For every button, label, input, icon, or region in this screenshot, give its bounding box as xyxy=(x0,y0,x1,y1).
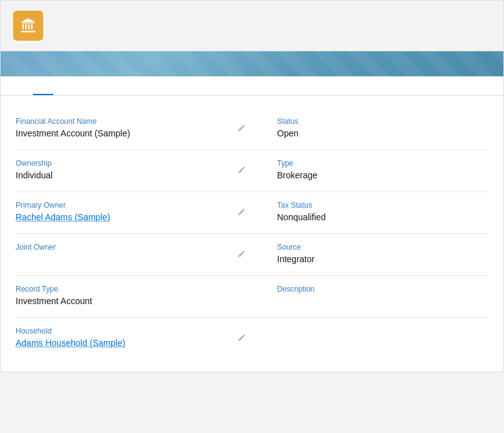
edit-button-left-0[interactable] xyxy=(236,123,247,136)
banner xyxy=(1,51,503,76)
field-value-right-5 xyxy=(277,329,489,342)
field-cell-left-1: OwnershipIndividual xyxy=(16,150,252,192)
field-row-4: Record TypeInvestment AccountDescription xyxy=(16,276,488,318)
field-cell-right-4: Description xyxy=(252,276,489,318)
field-value-right-1: Brokerage xyxy=(277,170,489,183)
field-cell-right-0: StatusOpen xyxy=(252,108,489,150)
header xyxy=(1,1,503,51)
field-value-left-3 xyxy=(16,254,240,267)
edit-button-left-1[interactable] xyxy=(236,165,247,178)
field-cell-left-2: Primary OwnerRachel Adams (Sample) xyxy=(16,192,252,234)
field-value-right-0: Open xyxy=(277,128,489,141)
tab-related[interactable] xyxy=(13,76,33,95)
edit-button-left-2[interactable] xyxy=(236,206,247,220)
page-wrapper: Financial Account NameInvestment Account… xyxy=(0,0,504,372)
field-label-left-0: Financial Account Name xyxy=(16,117,240,126)
field-row-3: Joint Owner SourceIntegrator xyxy=(16,234,488,276)
field-value-left-2[interactable]: Rachel Adams (Sample) xyxy=(16,212,240,225)
edit-button-left-5[interactable] xyxy=(236,332,247,345)
field-value-left-1: Individual xyxy=(16,170,240,183)
field-cell-right-1: TypeBrokerage xyxy=(252,150,489,192)
tab-details[interactable] xyxy=(33,76,53,95)
field-label-left-2: Primary Owner xyxy=(16,201,240,210)
field-label-right-2: Tax Status xyxy=(277,201,489,210)
field-value-left-5[interactable]: Adams Household (Sample) xyxy=(16,338,240,350)
field-value-right-2: Nonqualified xyxy=(277,212,489,225)
field-label-left-5: Household xyxy=(16,327,240,335)
field-label-left-1: Ownership xyxy=(16,159,240,168)
field-label-right-0: Status xyxy=(277,117,489,126)
field-cell-right-2: Tax StatusNonqualified xyxy=(252,192,489,234)
field-label-right-4: Description xyxy=(277,285,489,293)
field-value-left-0: Investment Account (Sample) xyxy=(16,128,240,141)
tabs-bar xyxy=(1,76,503,96)
field-cell-left-3: Joint Owner xyxy=(16,234,252,276)
field-label-right-3: Source xyxy=(277,243,489,252)
edit-button-left-3[interactable] xyxy=(236,248,247,262)
field-cell-left-5: HouseholdAdams Household (Sample) xyxy=(16,318,252,360)
field-label-left-3: Joint Owner xyxy=(16,243,240,252)
field-row-5: HouseholdAdams Household (Sample) xyxy=(16,318,488,360)
field-cell-right-5 xyxy=(252,318,489,360)
field-row-1: OwnershipIndividualTypeBrokerage xyxy=(16,150,488,192)
fields-table: Financial Account NameInvestment Account… xyxy=(16,108,488,359)
field-label-left-4: Record Type xyxy=(16,285,240,293)
financial-account-icon xyxy=(13,11,43,41)
field-value-right-4 xyxy=(277,296,489,308)
field-row-2: Primary OwnerRachel Adams (Sample)Tax St… xyxy=(16,192,488,234)
field-cell-left-0: Financial Account NameInvestment Account… xyxy=(16,108,252,150)
field-label-right-1: Type xyxy=(277,159,489,168)
field-value-left-4: Investment Account xyxy=(16,296,240,308)
field-row-0: Financial Account NameInvestment Account… xyxy=(16,108,488,150)
details-content: Financial Account NameInvestment Account… xyxy=(1,96,503,372)
field-value-right-3: Integrator xyxy=(277,254,489,267)
field-cell-left-4: Record TypeInvestment Account xyxy=(16,276,252,318)
field-cell-right-3: SourceIntegrator xyxy=(252,234,489,276)
bank-icon xyxy=(19,17,37,34)
